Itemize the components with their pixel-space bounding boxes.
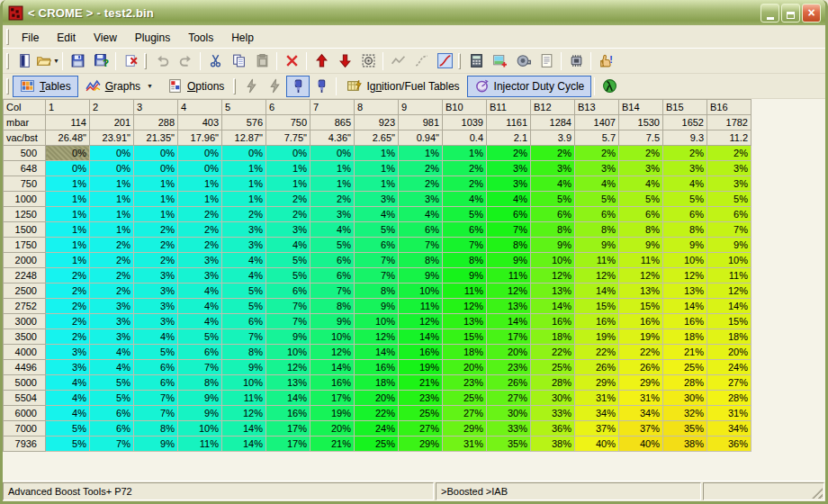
table-cell[interactable]: 1% [310, 161, 355, 176]
table-cell[interactable]: 8% [663, 222, 707, 238]
table-cell[interactable]: 17% [266, 436, 310, 452]
table-cell[interactable]: 8% [399, 253, 443, 268]
table-cell[interactable]: 12% [663, 268, 707, 284]
table-cell[interactable]: 3% [46, 360, 90, 375]
table-cell[interactable]: 19% [310, 406, 355, 421]
decrease-value-button[interactable] [333, 50, 356, 72]
row-header-rpm[interactable]: 1750 [4, 238, 46, 253]
table-cell[interactable]: 6% [90, 421, 134, 436]
increase-value-button[interactable] [310, 50, 333, 72]
col-header-cell[interactable]: B11 [487, 100, 531, 115]
table-cell[interactable]: 4% [90, 345, 134, 360]
table-cell[interactable]: 3% [487, 176, 531, 192]
table-cell[interactable]: 8% [222, 345, 266, 360]
table-cell[interactable]: 18% [663, 329, 707, 345]
table-cell[interactable]: 7% [90, 436, 134, 452]
row-header-rpm[interactable]: 1250 [4, 207, 46, 222]
table-cell[interactable]: 7% [443, 238, 487, 253]
table-cell[interactable]: 2% [134, 222, 178, 238]
col-header-cell[interactable]: 9 [399, 100, 443, 115]
table-cell[interactable]: 23% [443, 375, 487, 391]
table-cell[interactable]: 2% [266, 192, 310, 207]
table-cell[interactable]: 5% [266, 268, 310, 284]
new-file-button[interactable] [13, 50, 36, 72]
table-cell[interactable]: 1% [90, 176, 134, 192]
table-cell[interactable]: 3% [222, 238, 266, 253]
table-cell[interactable]: 25% [663, 360, 707, 375]
table-cell[interactable]: 6% [310, 268, 355, 284]
row-header-rpm[interactable]: 6000 [4, 406, 46, 421]
graphs-button[interactable]: Graphs ▼ [78, 76, 160, 97]
table-cell[interactable]: 0% [178, 161, 222, 176]
table-cell[interactable]: 21% [399, 375, 443, 391]
table-cell[interactable]: 21% [310, 436, 355, 452]
table-cell[interactable]: 4% [575, 176, 619, 192]
table-cell[interactable]: 15% [575, 299, 619, 314]
table-cell[interactable]: 1% [222, 176, 266, 192]
table-cell[interactable]: 34% [707, 421, 752, 436]
table-cell[interactable]: 1% [90, 207, 134, 222]
trace-button[interactable] [356, 50, 380, 72]
table-cell[interactable]: 0% [90, 161, 134, 176]
table-cell[interactable]: 12% [487, 284, 531, 299]
table-cell[interactable]: 0% [310, 146, 355, 161]
col-header-cell[interactable]: B15 [663, 100, 707, 115]
table-cell[interactable]: 4% [310, 222, 355, 238]
table-cell[interactable]: 18% [707, 329, 752, 345]
table-cell[interactable]: 9% [266, 329, 310, 345]
table-cell[interactable]: 26% [487, 375, 531, 391]
table-cell[interactable]: 14% [487, 314, 531, 329]
copy-button[interactable] [227, 50, 250, 72]
table-cell[interactable]: 2% [222, 207, 266, 222]
table-cell[interactable]: 1% [46, 238, 90, 253]
table-cell[interactable]: 6% [266, 284, 310, 299]
table-cell[interactable]: 13% [487, 299, 531, 314]
table-cell[interactable]: 13% [266, 375, 310, 391]
table-cell[interactable]: 9% [619, 238, 663, 253]
table-cell[interactable]: 2% [90, 284, 134, 299]
table-cell[interactable]: 5% [707, 192, 752, 207]
table-cell[interactable]: 1% [222, 161, 266, 176]
table-cell[interactable]: 12% [310, 345, 355, 360]
table-cell[interactable]: 23% [487, 360, 531, 375]
table-cell[interactable]: 14% [663, 299, 707, 314]
table-cell[interactable]: 5% [222, 299, 266, 314]
table-cell[interactable]: 40% [575, 436, 619, 452]
table-cell[interactable]: 5% [134, 345, 178, 360]
injector-a-button[interactable] [286, 76, 310, 97]
table-cell[interactable]: 0% [134, 161, 178, 176]
table-cell[interactable]: 9% [575, 238, 619, 253]
table-cell[interactable]: 2% [575, 146, 619, 161]
table-cell[interactable]: 40% [619, 436, 663, 452]
table-cell[interactable]: 10% [531, 253, 575, 268]
line-graph-button[interactable] [386, 50, 410, 72]
table-cell[interactable]: 5% [443, 207, 487, 222]
table-cell[interactable]: 25% [399, 406, 443, 421]
table-cell[interactable]: 20% [443, 360, 487, 375]
options-button[interactable]: Options [160, 76, 231, 97]
row-header-rpm[interactable]: 2752 [4, 299, 46, 314]
table-cell[interactable]: 8% [310, 299, 355, 314]
col-header-cell[interactable]: B16 [707, 100, 752, 115]
table-cell[interactable]: 14% [707, 299, 752, 314]
table-cell[interactable]: 7% [399, 238, 443, 253]
table-cell[interactable]: 7% [178, 360, 222, 375]
table-cell[interactable]: 17% [266, 421, 310, 436]
notes-button[interactable] [535, 50, 558, 72]
table-cell[interactable]: 14% [355, 345, 399, 360]
table-cell[interactable]: 3% [134, 268, 178, 284]
menu-file[interactable]: File [13, 27, 48, 49]
table-cell[interactable]: 11% [575, 253, 619, 268]
table-cell[interactable]: 29% [443, 421, 487, 436]
table-cell[interactable]: 9% [310, 314, 355, 329]
table-cell[interactable]: 1% [46, 192, 90, 207]
table-cell[interactable]: 25% [355, 436, 399, 452]
table-cell[interactable]: 27% [443, 406, 487, 421]
cut-button[interactable] [203, 50, 227, 72]
table-cell[interactable]: 15% [619, 299, 663, 314]
maximize-button[interactable] [781, 4, 800, 22]
table-cell[interactable]: 12% [222, 406, 266, 421]
row-header-rpm[interactable]: 5000 [4, 375, 46, 391]
smooth-curve-button[interactable] [410, 50, 433, 72]
row-header-rpm[interactable]: 3500 [4, 329, 46, 345]
